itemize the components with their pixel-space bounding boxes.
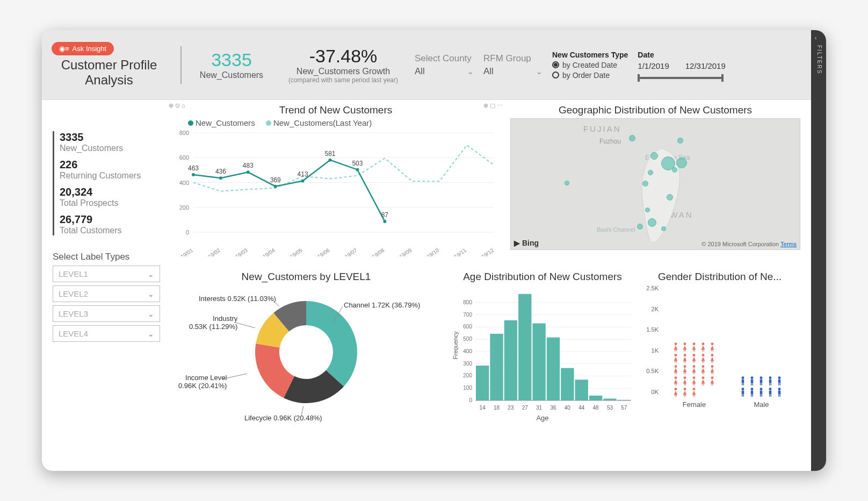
svg-point-110 (674, 365, 677, 368)
svg-rect-178 (760, 391, 762, 395)
level4-dropdown[interactable]: LEVEL4⌄ (53, 325, 160, 342)
svg-rect-124 (712, 371, 713, 374)
svg-rect-67 (547, 338, 560, 400)
svg-text:800: 800 (463, 299, 472, 305)
svg-point-95 (674, 354, 677, 356)
level1-dropdown[interactable]: LEVEL1⌄ (53, 266, 160, 282)
svg-text:57: 57 (621, 405, 627, 411)
svg-rect-158 (760, 380, 762, 383)
svg-text:36: 36 (550, 405, 556, 411)
map-body[interactable]: FUJIAN Fuzhou East China Sea Lalu Island… (510, 118, 800, 250)
svg-point-32 (329, 159, 332, 162)
stat-value: 26,779 (60, 213, 160, 226)
chart-title: Trend of New Customers (167, 104, 505, 116)
summary-stats: 3335New_Customers 226Returning Customers… (53, 131, 160, 235)
chevron-down-icon: ⌄ (148, 270, 154, 278)
kpi-new-customers: 3335 New_Customers (191, 49, 272, 80)
svg-rect-166 (778, 380, 780, 383)
drill-icons[interactable]: ⊕ ⊙ ⌂ (169, 102, 185, 109)
svg-text:413: 413 (298, 170, 308, 178)
svg-rect-147 (693, 394, 693, 397)
svg-rect-164 (770, 383, 771, 385)
donut-chart[interactable]: New_Customers by LEVEL1 Interests 0.52K … (167, 271, 446, 425)
kpi-value: 3335 (191, 49, 272, 70)
svg-point-165 (778, 376, 780, 379)
date-start[interactable]: 1/1/2019 (638, 61, 669, 70)
svg-rect-144 (684, 394, 684, 397)
terms-link[interactable]: Terms (780, 241, 797, 247)
svg-rect-132 (693, 383, 693, 385)
svg-rect-97 (676, 360, 676, 363)
svg-point-146 (692, 388, 695, 390)
rfm-dropdown[interactable]: All ⌄ (483, 66, 542, 77)
map-city-label: Fuzhou (599, 138, 621, 145)
gender-y-axis: 2.5K2K1.5K1K0.5K0K (639, 285, 661, 395)
map-region-label: FUJIAN (583, 124, 621, 133)
svg-rect-163 (769, 383, 769, 385)
age-svg: 0100200300400500600700800Frequency141823… (451, 285, 634, 414)
svg-rect-184 (770, 394, 771, 397)
trend-chart[interactable]: ⊕ ⊙ ⌂ ⊕ ▢ ⋯ Trend of New Customers New_C… (167, 104, 505, 266)
level3-dropdown[interactable]: LEVEL3⌄ (53, 305, 160, 322)
svg-rect-141 (675, 394, 675, 397)
svg-text:14: 14 (480, 405, 486, 411)
svg-text:87: 87 (381, 211, 389, 219)
svg-point-122 (711, 365, 713, 368)
svg-point-131 (692, 376, 695, 379)
gender-chart[interactable]: Gender Distribution of Ne... 2.5K2K1.5K1… (639, 271, 800, 425)
svg-rect-133 (694, 383, 695, 385)
stat-label: Returning Customers (60, 171, 160, 181)
svg-rect-103 (694, 360, 695, 363)
radio-order-date[interactable]: by Order Date (552, 71, 628, 80)
svg-point-116 (692, 365, 695, 368)
svg-rect-88 (694, 349, 695, 352)
svg-text:2019/08: 2019/08 (366, 247, 386, 256)
svg-rect-138 (711, 383, 712, 385)
filters-panel[interactable]: ‹ FILTERS (811, 30, 826, 471)
svg-point-173 (750, 388, 753, 390)
svg-text:503: 503 (352, 160, 363, 167)
svg-rect-168 (779, 383, 780, 385)
svg-text:0: 0 (186, 229, 189, 235)
svg-rect-57 (476, 366, 489, 400)
stat-value: 20,324 (60, 186, 160, 198)
svg-rect-115 (685, 371, 685, 374)
map-chart[interactable]: Geographic Distribution of New Customers… (510, 104, 800, 266)
stat-value: 3335 (60, 131, 160, 144)
date-label: Date (638, 51, 725, 59)
radio-created-date[interactable]: by Created Date (552, 61, 628, 69)
ask-insight-button[interactable]: ◉≡ Ask Insight (52, 42, 114, 55)
svg-text:2019/03: 2019/03 (229, 247, 249, 256)
county-dropdown[interactable]: All ⌄ (415, 66, 474, 77)
svg-rect-118 (694, 371, 695, 374)
svg-text:27: 27 (522, 405, 529, 411)
date-slider[interactable] (638, 77, 724, 79)
chart-menu-icons[interactable]: ⊕ ▢ ⋯ (483, 102, 503, 109)
svg-rect-65 (532, 324, 545, 401)
svg-rect-130 (685, 383, 685, 385)
svg-rect-142 (676, 394, 676, 397)
svg-rect-129 (684, 383, 684, 385)
svg-rect-111 (675, 371, 675, 374)
svg-rect-121 (703, 371, 704, 374)
date-end[interactable]: 12/31/2019 (685, 61, 726, 70)
chevron-down-icon: ⌄ (148, 310, 154, 318)
svg-point-80 (674, 342, 677, 345)
svg-point-86 (692, 342, 695, 345)
svg-point-30 (301, 179, 305, 182)
svg-point-113 (683, 365, 686, 368)
filters-label: FILTERS (816, 34, 822, 74)
svg-text:369: 369 (270, 176, 281, 184)
level2-dropdown[interactable]: LEVEL2⌄ (53, 285, 160, 302)
svg-point-92 (711, 342, 713, 345)
svg-point-134 (701, 376, 704, 379)
svg-rect-171 (741, 394, 742, 397)
age-histogram[interactable]: Age Distribution of New Customers 010020… (451, 271, 634, 425)
stat-label: New_Customers (60, 144, 160, 153)
male-pictogram (740, 376, 784, 397)
stat-label: Total Prospects (60, 198, 160, 208)
svg-rect-135 (702, 383, 703, 385)
svg-point-181 (769, 388, 771, 390)
svg-rect-109 (712, 360, 713, 363)
svg-text:500: 500 (463, 336, 472, 342)
